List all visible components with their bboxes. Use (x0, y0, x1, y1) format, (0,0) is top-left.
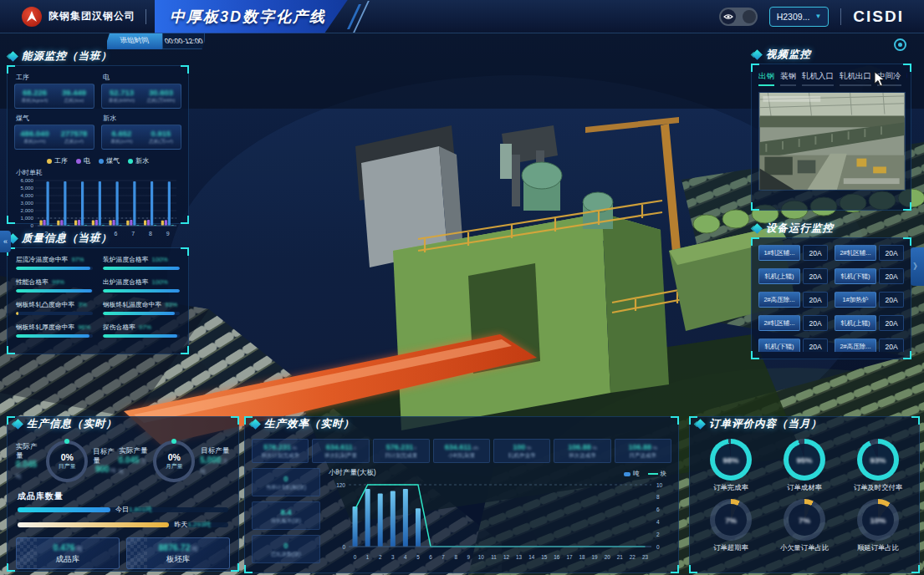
eye-icon (721, 9, 736, 24)
video-tab-3[interactable]: 轧机出口 (840, 71, 871, 86)
quality-label: 钢板终轧凸度命中率 (16, 300, 74, 309)
order-gauge-unit: 10%顺延订单占比 (857, 499, 899, 552)
side-stat-value: 8.4 (280, 507, 291, 517)
order-gauge-label: 订单成材率 (787, 483, 821, 492)
efficiency-stat-label: 班次计划完成率 (261, 452, 299, 459)
efficiency-stat-value: 106.88 % (629, 443, 658, 452)
side-stat-label: 待轧板坯(块) (271, 517, 301, 524)
order-gauge: 7% (784, 499, 825, 541)
device-row: 1#加热炉20A (835, 292, 904, 308)
order-gauge: 93% (857, 439, 899, 481)
visibility-toggle[interactable] (719, 8, 758, 26)
order-gauge-value: 7% (799, 516, 810, 525)
energy-card-unit: 单耗(m³/t) (23, 139, 45, 145)
collapse-right-handle[interactable]: 》 (911, 247, 924, 286)
panel-devices: 设备运行监控 1#轧区辅...20A2#轧区辅...20A轧机(上辊)20A轧机… (751, 237, 911, 359)
inventory-box-value: 8876.72 吨 (159, 542, 198, 554)
video-tab-1[interactable]: 装钢 (780, 71, 796, 86)
line-marker-icon (648, 473, 658, 475)
quality-bar (16, 267, 90, 270)
video-tab-0[interactable]: 出钢 (758, 71, 774, 86)
efficiency-side-stat: 8.4待轧板坯(块) (252, 501, 320, 530)
device-list: 1#轧区辅...20A2#轧区辅...20A轧机(上辊)20A轧机(下辊)20A… (758, 245, 904, 352)
svg-text:4: 4 (656, 519, 660, 525)
quality-label: 层流冷温度命中率 (16, 255, 68, 264)
cctv-frame[interactable] (758, 92, 906, 191)
panel-title-energy: 能源监控（当班） (22, 49, 112, 64)
quality-value: 3% (78, 301, 87, 308)
energy-card-name: 工序 (16, 73, 94, 82)
quality-bar (103, 334, 177, 338)
panel-production: 生产信息（实时） 实际产量0.045 吨0%日产量目标产量900 吨实际产量0.… (7, 416, 239, 572)
device-label: 轧机(下辊) (758, 338, 800, 352)
efficiency-stat-value: 100 % (513, 443, 531, 452)
order-gauge-unit: 95%订单成材率 (784, 439, 825, 492)
device-row: 2#轧区辅...20A (835, 245, 904, 261)
device-label: 2#高压除... (835, 338, 876, 352)
legend-item: 电 (76, 156, 90, 165)
order-gauge: 95% (784, 439, 825, 481)
svg-text:7: 7 (442, 554, 445, 560)
svg-text:2: 2 (379, 554, 382, 560)
device-value: 20A (803, 338, 828, 352)
corner-br (903, 202, 911, 211)
line-status-row-value: 00:00-12:00 (162, 33, 205, 49)
legend-dot-icon (128, 159, 133, 164)
svg-text:6: 6 (656, 506, 660, 512)
corner-br (903, 351, 911, 359)
legend-item: 吨 (624, 470, 640, 478)
quality-value: 100% (152, 256, 168, 263)
device-row: 1#轧区辅...20A (758, 245, 828, 261)
svg-text:4: 4 (404, 554, 407, 560)
order-gauge-value: 98% (722, 455, 738, 465)
legend-item: 块 (648, 470, 667, 478)
line-status-row-label: 班组时间 (107, 33, 162, 49)
order-gauge-unit: 98%订单完成率 (710, 439, 752, 492)
divider (145, 9, 146, 24)
quality-label: 装炉温度合格率 (103, 255, 149, 264)
energy-legend: 工序电煤气新水 (8, 156, 188, 165)
panel-orders: 订单评价内容（当月） 98%订单完成率95%订单成材率93%订单及时交付率7%订… (689, 416, 920, 573)
side-stat-label: 当班计划轧制(块) (266, 484, 306, 491)
order-gauge-label: 订单完成率 (713, 483, 748, 492)
view-select[interactable]: H2309... ▼ (769, 7, 830, 27)
device-label: 2#轧区辅... (835, 245, 876, 261)
video-tab-2[interactable]: 轧机入口 (802, 71, 834, 86)
efficiency-stat-value: 634.611 t/h (445, 443, 478, 452)
efficiency-stat-label: 小时轧制量 (448, 452, 476, 459)
efficiency-stat: 634.611 t班次轧制产量 (312, 439, 369, 463)
order-gauge-value: 95% (796, 455, 812, 465)
svg-text:8: 8 (656, 495, 660, 501)
device-label: 2#轧区辅... (758, 315, 800, 331)
device-value: 20A (879, 292, 904, 308)
device-value: 20A (879, 268, 904, 284)
inventory-bars: 今日1,801吨昨天1,293吨 (18, 507, 228, 527)
video-tab-4[interactable]: 中间冷 (877, 71, 901, 86)
inventory-bar: 今日1,801吨 (18, 507, 228, 512)
efficiency-side-stats: 0当班计划轧制(块)8.4待轧板坯(块)0已轧块数(块) (252, 468, 320, 568)
corner-bl (751, 202, 759, 211)
locate-target-icon[interactable] (894, 38, 906, 51)
legend-item: 工序 (47, 156, 68, 165)
efficiency-stat-label: 轧机作业率 (508, 452, 536, 459)
donut-marker-icon (64, 439, 69, 444)
svg-text:9: 9 (467, 554, 471, 560)
svg-text:2: 2 (656, 532, 660, 537)
target-output-label: 目标产量 (93, 447, 118, 465)
panel-icon (13, 419, 23, 430)
panel-icon (8, 51, 18, 62)
video-tab-5[interactable]: 电加热 (907, 71, 908, 86)
device-label: 轧机(下辊) (835, 268, 876, 284)
quality-bar (103, 312, 175, 315)
collapse-left-handle[interactable]: « (0, 231, 11, 252)
donut-label: 日产量 (59, 462, 76, 471)
hourly-chart: 0120024681001234567891011121314151617181… (327, 478, 671, 568)
svg-text:0: 0 (354, 554, 357, 560)
inventory-box-label: 成品库 (56, 554, 80, 564)
energy-card: 电52.713单耗(kWh/t)30.603总耗(万kWh) (101, 73, 181, 109)
energy-card-value: 6.652 (112, 130, 132, 138)
svg-text:1,000: 1,000 (21, 215, 34, 221)
target-output-label: 目标产量 (201, 446, 229, 455)
inventory-box: 0.476 吨成品库 (16, 537, 120, 569)
legend-label: 电 (84, 156, 90, 165)
